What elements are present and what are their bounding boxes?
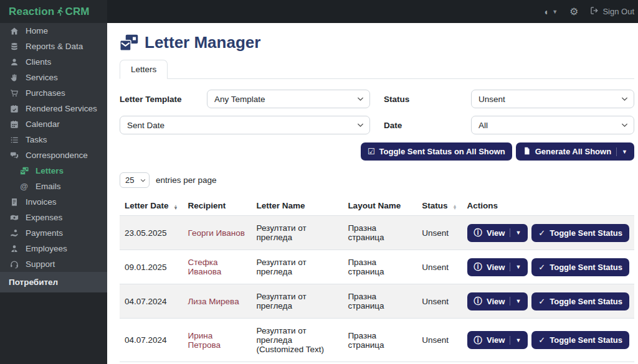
page-title-text: Letter Manager — [145, 33, 260, 52]
status-select[interactable]: Unsent — [471, 90, 634, 108]
main-content: Letter Manager Letters Letter Template A… — [107, 23, 638, 364]
cell-status: Unsent — [422, 335, 449, 345]
column-header-label: Status — [422, 201, 447, 210]
button-divider — [616, 147, 617, 156]
view-button[interactable]: ⓘView▼ — [467, 258, 528, 276]
column-header-layout-name: Layout Name — [343, 196, 417, 216]
sent-date-select[interactable]: Sent Date — [120, 116, 370, 134]
mail-bulk-icon — [120, 34, 138, 51]
toggle-sent-status-button[interactable]: ✓Toggle Sent Status — [531, 258, 629, 276]
sidebar-item-services[interactable]: Services — [0, 70, 107, 85]
recipient-link[interactable]: Лиза Мирева — [188, 297, 239, 306]
entries-per-page-label: entries per page — [156, 175, 217, 185]
toggle-sent-status-button[interactable]: ✓Toggle Sent Status — [531, 224, 629, 242]
table-row: 04.07.2024Ирина ПетроваРезултати от прег… — [120, 319, 634, 362]
sidebar-item-tasks[interactable]: Tasks — [0, 132, 107, 147]
view-label: View — [487, 228, 505, 238]
tab-bar: Letters — [120, 60, 634, 79]
sidebar-item-home[interactable]: Home — [0, 23, 107, 39]
sidebar-item-payments[interactable]: Payments — [0, 225, 107, 241]
sidebar-item-label: Support — [26, 259, 55, 269]
sidebar-item-emails[interactable]: @Emails — [0, 179, 107, 194]
recipient-link[interactable]: Ирина Петрова — [188, 331, 221, 350]
table-header-row: Letter Date▲▼RecipientLetter NameLayout … — [120, 196, 634, 216]
table-row: 23.05.2025Георги ИвановРезултати от прег… — [120, 216, 634, 250]
gear-icon[interactable]: ⚙ — [569, 6, 578, 17]
sidebar-item-calendar[interactable]: Calendar — [0, 116, 107, 132]
theme-toggle-dropdown[interactable]: ◐ ▼ — [545, 7, 558, 17]
letter-template-select[interactable]: Any Template — [207, 90, 370, 108]
payment-hand-icon — [9, 229, 19, 238]
brand-logo[interactable]: ReactionCRM — [0, 0, 107, 23]
row-actions: ⓘView▼✓Toggle Sent Status — [467, 292, 629, 310]
at-icon: @ — [19, 182, 29, 191]
check-square-icon: ☑ — [368, 147, 375, 156]
home-icon — [9, 27, 19, 35]
toggle-sent-status-button[interactable]: ✓Toggle Sent Status — [531, 331, 629, 349]
sidebar-item-label: Tasks — [26, 135, 47, 144]
column-header-label: Recipient — [188, 201, 226, 210]
sidebar-item-support[interactable]: Support — [0, 256, 107, 272]
chevron-down-icon: ▼ — [515, 230, 521, 236]
column-header-actions: Actions — [462, 196, 634, 216]
toggle-sent-status-button[interactable]: ✓Toggle Sent Status — [531, 292, 629, 310]
button-divider — [510, 336, 510, 345]
check-icon: ✓ — [538, 297, 545, 306]
sidebar-item-expenses[interactable]: Expenses — [0, 210, 107, 225]
sidebar-item-correspondence[interactable]: Correspondence — [0, 147, 107, 163]
sidebar-item-clients[interactable]: Clients — [0, 54, 107, 70]
sign-out-button[interactable]: Sign Out — [590, 6, 634, 17]
sidebar: HomeReports & DataClientsServicesPurchas… — [0, 23, 107, 364]
expense-icon — [9, 213, 19, 222]
toggle-sent-label: Toggle Sent Status — [550, 297, 622, 306]
sidebar-item-reports-data[interactable]: Reports & Data — [0, 39, 107, 54]
recipient-link[interactable]: Стефка Иванова — [188, 258, 221, 276]
chevron-down-icon: ▼ — [515, 298, 521, 304]
column-header-label: Letter Date — [125, 201, 169, 210]
app-window: ReactionCRM ◐ ▼ ⚙ Sign Out HomeReports &… — [0, 0, 638, 364]
sort-icon: ▲▼ — [174, 205, 178, 210]
chevron-down-icon: ▼ — [515, 264, 521, 270]
toggle-sent-all-button[interactable]: ☑ Toggle Sent Status on All Shown — [361, 142, 512, 161]
date-label: Date — [384, 121, 471, 130]
generate-all-button[interactable]: Generate All Shown ▼ — [516, 142, 634, 161]
date-select[interactable]: All — [471, 116, 634, 134]
table-row: 09.01.2025Стефка ИвановаРезултати от пре… — [120, 250, 634, 284]
view-button[interactable]: ⓘView▼ — [467, 224, 528, 242]
check-icon: ✓ — [538, 335, 545, 345]
generate-all-label: Generate All Shown — [535, 147, 611, 156]
filter-sent-date: Sent Date — [120, 116, 370, 134]
task-list-icon — [9, 136, 19, 144]
column-header-letter-date[interactable]: Letter Date▲▼ — [120, 196, 183, 216]
view-button[interactable]: ⓘView▼ — [467, 331, 528, 349]
sidebar-bottom-fill — [0, 292, 107, 364]
filter-status: Status Unsent — [384, 90, 634, 108]
sidebar-item-purchases[interactable]: Purchases — [0, 85, 107, 101]
user-icon — [9, 58, 19, 67]
tab-letters[interactable]: Letters — [120, 60, 168, 79]
sidebar-item-letters[interactable]: Letters — [0, 163, 107, 179]
running-person-icon — [55, 7, 64, 16]
column-header-status[interactable]: Status▲▼ — [417, 196, 462, 216]
sidebar-item-label: Letters — [36, 166, 64, 175]
toggle-sent-label: Toggle Sent Status — [550, 263, 622, 272]
letters-table: Letter Date▲▼RecipientLetter NameLayout … — [120, 196, 634, 362]
sidebar-item-label: Services — [26, 73, 58, 82]
recipient-link[interactable]: Георги Иванов — [188, 228, 245, 238]
sidebar-user-section[interactable]: Потребител — [0, 272, 107, 292]
table-row: 04.07.2024Лиза МиреваРезултати от прегле… — [120, 284, 634, 319]
sidebar-item-invoices[interactable]: Invoices — [0, 194, 107, 210]
toggle-sent-label: Toggle Sent Status — [550, 335, 622, 345]
sidebar-item-label: Clients — [26, 57, 51, 67]
view-label: View — [487, 263, 505, 272]
sign-out-label: Sign Out — [602, 7, 634, 16]
invoice-icon — [9, 198, 19, 207]
view-button[interactable]: ⓘView▼ — [467, 292, 528, 310]
entries-per-page-select[interactable]: 25 — [120, 172, 150, 188]
sidebar-item-employees[interactable]: Employees — [0, 241, 107, 256]
button-divider — [510, 228, 510, 237]
row-actions: ⓘView▼✓Toggle Sent Status — [467, 224, 629, 242]
headset-icon — [9, 260, 19, 269]
cell-layout-name: Празна страница — [348, 223, 384, 242]
sidebar-item-rendered-services[interactable]: Rendered Services — [0, 101, 107, 116]
